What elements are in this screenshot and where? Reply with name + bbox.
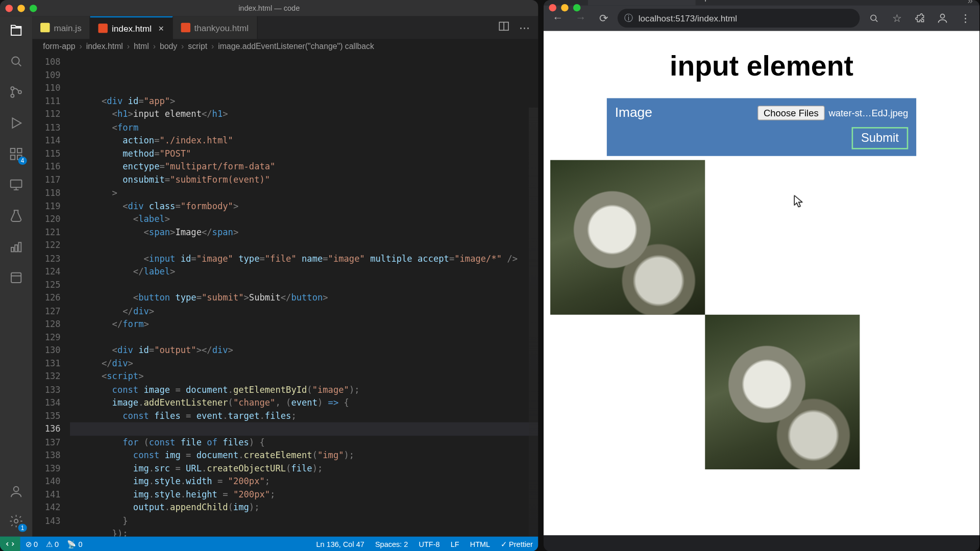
browser-close-dot[interactable]	[549, 4, 556, 11]
source-control-icon[interactable]	[7, 83, 24, 101]
nav-forward-icon[interactable]: →	[572, 9, 589, 27]
editor-tab[interactable]: thankyou.html	[173, 16, 257, 39]
browser-tabstrip: Form App ✕ + »	[544, 0, 979, 6]
breadcrumb-sep: ›	[211, 42, 214, 51]
status-ports[interactable]: 📡 0	[67, 540, 83, 548]
nav-reload-icon[interactable]: ⟳	[595, 9, 612, 27]
svg-rect-9	[11, 180, 22, 187]
line-gutter: 1081091101111121131141151161171181191201…	[32, 54, 70, 536]
preview-image	[550, 160, 705, 315]
vscode-window: index.html — code 4	[0, 0, 538, 551]
status-eol[interactable]: LF	[451, 540, 459, 548]
html-file-icon	[181, 23, 190, 32]
status-errors[interactable]: ⊘ 0	[26, 540, 38, 548]
editor-tab[interactable]: main.js	[32, 16, 90, 39]
browser-window: Form App ✕ + » ← → ⟳ ⓘ localhost:5173/in…	[544, 0, 979, 551]
editor-tabs: main.jsindex.html×thankyou.html ⋯	[32, 16, 538, 39]
search-icon[interactable]	[7, 53, 24, 70]
settings-badge: 1	[18, 524, 27, 532]
svg-rect-5	[11, 148, 15, 153]
svg-rect-0	[11, 28, 21, 35]
status-warnings[interactable]: ⚠ 0	[46, 540, 59, 548]
choose-files-button[interactable]: Choose Files	[757, 105, 824, 120]
breadcrumb-item[interactable]: index.html	[86, 42, 123, 51]
browser-min-dot[interactable]	[561, 4, 568, 11]
settings-gear-icon[interactable]: 1	[7, 512, 24, 530]
svg-rect-6	[11, 155, 15, 159]
status-bar[interactable]: ⊘ 0 ⚠ 0 📡 0 Ln 136, Col 47 Spaces: 2 UTF…	[0, 537, 538, 551]
tab-label: main.js	[54, 22, 81, 33]
more-actions-icon[interactable]: ⋯	[519, 21, 530, 34]
svg-rect-8	[17, 148, 21, 153]
chosen-filename: water-st…EdJ.jpeg	[828, 107, 908, 118]
run-debug-icon[interactable]	[7, 114, 24, 132]
breadcrumb-sep: ›	[153, 42, 156, 51]
explorer-icon[interactable]	[7, 21, 24, 39]
breadcrumb-item[interactable]: form-app	[43, 42, 75, 51]
sidebar-extra2-icon[interactable]	[7, 269, 24, 286]
extensions-icon[interactable]: 4	[7, 145, 24, 163]
svg-rect-10	[11, 247, 14, 252]
browser-menu-icon[interactable]: ⋮	[957, 9, 974, 27]
site-info-icon[interactable]: ⓘ	[624, 12, 633, 24]
output-images	[550, 160, 973, 469]
vscode-titlebar[interactable]: index.html — code	[0, 0, 538, 16]
svg-point-4	[18, 91, 21, 94]
new-tab-button[interactable]: +	[696, 0, 716, 6]
zoom-icon[interactable]	[865, 9, 883, 27]
status-lang[interactable]: HTML	[470, 540, 490, 548]
svg-point-2	[11, 87, 14, 90]
svg-point-14	[14, 487, 19, 492]
js-file-icon	[40, 23, 50, 32]
breadcrumb-item[interactable]: script	[188, 42, 207, 51]
remote-indicator[interactable]	[0, 537, 20, 551]
status-encoding[interactable]: UTF-8	[419, 540, 439, 548]
page-heading: input element	[550, 50, 973, 82]
form-card: Image Choose Files water-st…EdJ.jpeg Sub…	[607, 98, 916, 156]
svg-point-3	[11, 94, 14, 97]
editor-tab[interactable]: index.html×	[90, 16, 173, 39]
breadcrumb-sep: ›	[181, 42, 184, 51]
page-viewport[interactable]: input element Image Choose Files water-s…	[544, 31, 979, 535]
svg-point-20	[941, 14, 945, 18]
breadcrumbs[interactable]: form-app›index.html›html›body›script›ima…	[32, 39, 538, 54]
submit-button[interactable]: Submit	[852, 127, 909, 149]
bookmark-star-icon[interactable]: ☆	[888, 9, 905, 27]
profile-avatar-icon[interactable]	[934, 9, 951, 27]
code-editor[interactable]: 1081091101111121131141151161171181191201…	[32, 54, 538, 536]
nav-back-icon[interactable]: ←	[549, 9, 566, 27]
status-spaces[interactable]: Spaces: 2	[375, 540, 408, 548]
browser-toolbar: ← → ⟳ ⓘ localhost:5173/index.html ☆ ⋮	[544, 6, 979, 31]
tab-favicon	[595, 0, 604, 1]
breadcrumb-sep: ›	[127, 42, 130, 51]
svg-point-1	[12, 57, 19, 64]
status-cursor[interactable]: Ln 136, Col 47	[316, 540, 364, 548]
account-icon[interactable]	[7, 483, 24, 500]
window-title: index.html — code	[0, 4, 538, 12]
remote-explorer-icon[interactable]	[7, 176, 24, 193]
browser-expand-icon[interactable]: »	[968, 0, 979, 6]
svg-point-15	[14, 519, 18, 523]
testing-icon[interactable]	[7, 207, 24, 224]
split-editor-icon[interactable]	[498, 20, 510, 35]
code-content[interactable]: <div id="app"> <h1>input element</h1> <f…	[70, 54, 538, 536]
preview-image	[705, 160, 860, 315]
preview-image	[705, 315, 860, 469]
status-formatter[interactable]: ✓ Prettier	[501, 540, 533, 548]
url-text: localhost:5173/index.html	[639, 13, 737, 23]
preview-image	[550, 315, 705, 469]
svg-rect-13	[11, 273, 21, 283]
tab-label: index.html	[112, 23, 152, 33]
breadcrumb-item[interactable]: image.addEventListener("change") callbac…	[218, 42, 374, 51]
sidebar-extra-icon[interactable]	[7, 238, 24, 256]
browser-tab[interactable]: Form App ✕	[588, 0, 696, 6]
extensions-puzzle-icon[interactable]	[911, 9, 928, 27]
image-label: Image	[615, 105, 652, 120]
svg-point-19	[871, 15, 876, 20]
breadcrumb-item[interactable]: html	[134, 42, 149, 51]
tab-label: thankyou.html	[194, 22, 249, 33]
address-bar[interactable]: ⓘ localhost:5173/index.html	[618, 9, 860, 28]
html-file-icon	[99, 23, 108, 33]
tab-close-icon[interactable]: ×	[158, 23, 164, 34]
breadcrumb-item[interactable]: body	[160, 42, 177, 51]
